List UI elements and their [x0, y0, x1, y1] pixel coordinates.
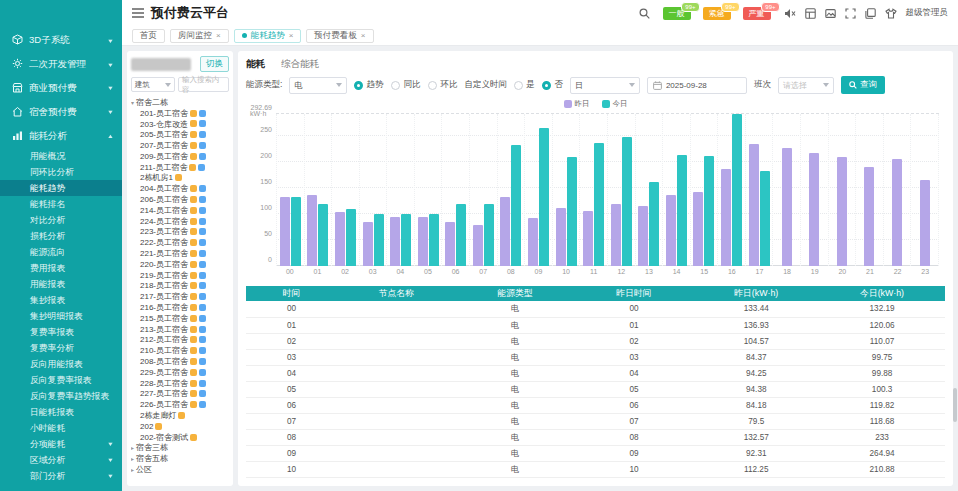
- tree-room-node[interactable]: 213-员工宿舍: [131, 324, 229, 335]
- alarm-chip-0[interactable]: 一般99+: [663, 7, 691, 20]
- sidebar-subitem-2[interactable]: 能耗趋势: [0, 180, 122, 196]
- tree-room-node[interactable]: 219-员工宿舍: [131, 270, 229, 281]
- sidebar-item-3[interactable]: 宿舍预付费▼: [0, 100, 122, 124]
- close-icon[interactable]: ×: [216, 31, 221, 40]
- tree-room-node[interactable]: 221-员工宿舍: [131, 248, 229, 259]
- sidebar-subitem-18[interactable]: 分项能耗▼: [0, 436, 122, 452]
- sidebar-subitem-6[interactable]: 能源流向: [0, 244, 122, 260]
- tree-collapsed-node[interactable]: ▸公区: [131, 464, 229, 475]
- sidebar-item-2[interactable]: 商业预付费▼: [0, 76, 122, 100]
- tree-room-node[interactable]: 210-员工宿舍: [131, 345, 229, 356]
- theme-skin-icon[interactable]: [885, 8, 897, 19]
- sidebar-subitem-14[interactable]: 反向复费率报表: [0, 372, 122, 388]
- tree-room-node[interactable]: 218-员工宿舍: [131, 281, 229, 292]
- tree-room-node[interactable]: 215-员工宿舍: [131, 313, 229, 324]
- tree-room-node[interactable]: 223-员工宿舍: [131, 227, 229, 238]
- sidebar-subitem-0[interactable]: 用能概况: [0, 148, 122, 164]
- sidebar-subitem-16[interactable]: 日能耗报表: [0, 404, 122, 420]
- windows-icon[interactable]: [865, 8, 876, 19]
- tree-room-node[interactable]: 209-员工宿舍: [131, 151, 229, 162]
- sidebar-item-1[interactable]: 二次开发管理▼: [0, 52, 122, 76]
- sidebar-subitem-5[interactable]: 损耗分析: [0, 228, 122, 244]
- tree-root-node[interactable]: ▾宿舍二栋: [131, 97, 229, 108]
- sidebar-item-4[interactable]: 能耗分析▲: [0, 124, 122, 148]
- tree-room-node[interactable]: 203-仓库改造: [131, 119, 229, 130]
- tree-room-node[interactable]: 226-员工宿舍: [131, 399, 229, 410]
- collapse-menu-icon[interactable]: [132, 8, 144, 18]
- shift-select[interactable]: 请选择: [778, 77, 834, 94]
- tree-room-node[interactable]: 202: [131, 421, 229, 432]
- bar-group-14: [662, 114, 690, 266]
- search-icon[interactable]: [639, 8, 650, 19]
- tree-room-node[interactable]: 220-员工宿舍: [131, 259, 229, 270]
- sidebar-subitem-13[interactable]: 反向用能报表: [0, 356, 122, 372]
- sidebar-subitem-3[interactable]: 能耗排名: [0, 196, 122, 212]
- image-icon[interactable]: [825, 8, 836, 19]
- sidebar-subitem-4[interactable]: 对比分析: [0, 212, 122, 228]
- custom-time-radio-1[interactable]: 否: [542, 79, 563, 91]
- tree-room-node[interactable]: 224-员工宿舍: [131, 216, 229, 227]
- current-user[interactable]: 超级管理员: [906, 7, 949, 19]
- tree-room-node[interactable]: 228-员工宿舍: [131, 378, 229, 389]
- building-select[interactable]: 建筑: [131, 77, 175, 92]
- tree-room-node[interactable]: 212-员工宿舍: [131, 335, 229, 346]
- tab-1[interactable]: 房间监控×: [170, 29, 229, 43]
- tree-room-node[interactable]: 202-宿舍测试: [131, 432, 229, 443]
- tree-search-input[interactable]: 输入搜索内容: [178, 77, 229, 92]
- tree-room-node[interactable]: 214-员工宿舍: [131, 205, 229, 216]
- switch-project-button[interactable]: 切换: [200, 56, 229, 72]
- legend-item-今日[interactable]: 今日: [602, 99, 628, 109]
- tree-room-node[interactable]: 211-员工宿舍: [131, 162, 229, 173]
- mode-radio-0[interactable]: 趋势: [354, 79, 383, 91]
- tree-room-node[interactable]: 204-员工宿舍: [131, 183, 229, 194]
- fullscreen-icon[interactable]: [845, 8, 856, 19]
- tree-room-node[interactable]: 2栋走廊灯: [131, 410, 229, 421]
- tab-2[interactable]: 能耗趋势×: [234, 29, 302, 43]
- chart-bar-昨日: [666, 195, 676, 266]
- page-scrollbar-thumb[interactable]: [953, 388, 957, 422]
- tree-room-node[interactable]: 222-员工宿舍: [131, 237, 229, 248]
- tree-room-node[interactable]: 2栋机房1: [131, 173, 229, 184]
- sidebar-subitem-9[interactable]: 集抄报表: [0, 292, 122, 308]
- tree-room-node[interactable]: 208-员工宿舍: [131, 356, 229, 367]
- tab-3[interactable]: 预付费看板×: [306, 29, 373, 43]
- sidebar-subitem-10[interactable]: 集抄明细报表: [0, 308, 122, 324]
- tree-room-node[interactable]: 227-员工宿舍: [131, 389, 229, 400]
- tab-0[interactable]: 首页: [132, 29, 165, 43]
- tree-room-node[interactable]: 206-员工宿舍: [131, 194, 229, 205]
- tree-room-node[interactable]: 207-员工宿舍: [131, 140, 229, 151]
- mode-radio-1[interactable]: 同比: [391, 79, 420, 91]
- mode-radio-2[interactable]: 环比: [428, 79, 457, 91]
- alarm-chip-1[interactable]: 紧急99+: [703, 7, 731, 20]
- sidebar-subitem-15[interactable]: 反向复费率趋势报表: [0, 388, 122, 404]
- sidebar-subitem-11[interactable]: 复费率报表: [0, 324, 122, 340]
- custom-time-radio-0[interactable]: 是: [514, 79, 535, 91]
- sidebar-subitem-19[interactable]: 区域分析▼: [0, 452, 122, 468]
- close-icon[interactable]: ×: [289, 31, 294, 40]
- sidebar-subitem-7[interactable]: 费用报表: [0, 260, 122, 276]
- query-button[interactable]: 查询: [841, 76, 885, 94]
- alarm-chip-2[interactable]: 严重99+: [743, 7, 771, 20]
- sidebar-item-0[interactable]: 3D子系统▼: [0, 28, 122, 52]
- sidebar-subitem-1[interactable]: 同环比分析: [0, 164, 122, 180]
- tree-room-node[interactable]: 229-员工宿舍: [131, 367, 229, 378]
- sidebar-subitem-12[interactable]: 复费率分析: [0, 340, 122, 356]
- tree-room-node[interactable]: 201-员工宿舍: [131, 108, 229, 119]
- tree-room-node[interactable]: 216-员工宿舍: [131, 302, 229, 313]
- legend-item-昨日[interactable]: 昨日: [564, 99, 590, 109]
- panel-tab-0[interactable]: 能耗: [246, 58, 265, 71]
- sidebar-subitem-20[interactable]: 部门分析▼: [0, 468, 122, 484]
- panel-tab-1[interactable]: 综合能耗: [281, 58, 319, 71]
- period-select[interactable]: 日: [570, 77, 640, 94]
- tree-collapsed-node[interactable]: ▸宿舍五栋: [131, 453, 229, 464]
- close-icon[interactable]: ×: [361, 31, 366, 40]
- tree-room-node[interactable]: 217-员工宿舍: [131, 291, 229, 302]
- tree-room-node[interactable]: 205-员工宿舍: [131, 129, 229, 140]
- date-picker[interactable]: 2025-09-28: [647, 77, 747, 94]
- layout-icon[interactable]: [805, 8, 816, 19]
- energy-type-select[interactable]: 电: [289, 77, 347, 94]
- tree-collapsed-node[interactable]: ▸宿舍三栋: [131, 443, 229, 454]
- mute-icon[interactable]: [784, 8, 796, 19]
- sidebar-subitem-17[interactable]: 小时能耗: [0, 420, 122, 436]
- sidebar-subitem-8[interactable]: 用能报表: [0, 276, 122, 292]
